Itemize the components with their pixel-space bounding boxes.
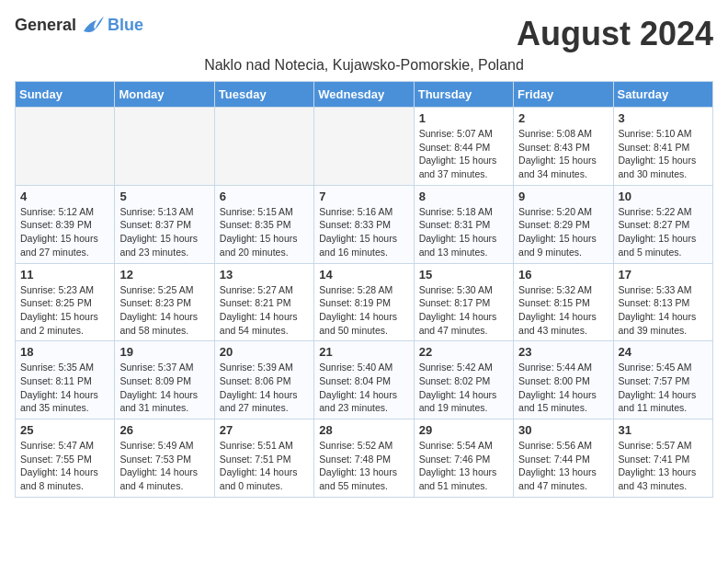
day-info: Sunrise: 5:23 AM Sunset: 8:25 PM Dayligh… [20, 283, 109, 338]
day-info: Sunrise: 5:33 AM Sunset: 8:13 PM Dayligh… [619, 283, 708, 338]
day-number: 9 [518, 190, 608, 203]
weekday-header: Friday [514, 82, 613, 108]
calendar-week-row: 11Sunrise: 5:23 AM Sunset: 8:25 PM Dayli… [16, 263, 713, 341]
calendar-cell: 13Sunrise: 5:27 AM Sunset: 8:21 PM Dayli… [214, 263, 313, 341]
calendar-cell: 8Sunrise: 5:18 AM Sunset: 8:31 PM Daylig… [414, 185, 513, 263]
calendar-cell: 12Sunrise: 5:25 AM Sunset: 8:23 PM Dayli… [115, 263, 214, 341]
weekday-header-row: SundayMondayTuesdayWednesdayThursdayFrid… [16, 82, 713, 108]
logo-general: General [15, 16, 76, 35]
day-info: Sunrise: 5:32 AM Sunset: 8:15 PM Dayligh… [518, 283, 608, 338]
calendar-cell [16, 108, 115, 186]
day-number: 11 [20, 268, 109, 282]
calendar-cell: 18Sunrise: 5:35 AM Sunset: 8:11 PM Dayli… [16, 341, 115, 419]
day-info: Sunrise: 5:56 AM Sunset: 7:44 PM Dayligh… [518, 439, 608, 493]
day-info: Sunrise: 5:44 AM Sunset: 8:00 PM Dayligh… [518, 361, 608, 415]
logo-bird-icon [80, 15, 106, 35]
calendar-cell: 17Sunrise: 5:33 AM Sunset: 8:13 PM Dayli… [613, 263, 712, 341]
weekday-header: Tuesday [214, 82, 313, 108]
calendar-week-row: 1Sunrise: 5:07 AM Sunset: 8:44 PM Daylig… [16, 108, 713, 186]
day-info: Sunrise: 5:13 AM Sunset: 8:37 PM Dayligh… [119, 205, 209, 259]
day-number: 26 [119, 423, 209, 437]
calendar-cell [115, 108, 214, 186]
day-number: 5 [119, 190, 209, 203]
day-number: 15 [419, 268, 508, 282]
day-number: 31 [619, 423, 708, 437]
weekday-header: Sunday [16, 82, 115, 108]
day-number: 2 [518, 111, 608, 125]
day-info: Sunrise: 5:20 AM Sunset: 8:29 PM Dayligh… [518, 205, 608, 259]
day-info: Sunrise: 5:08 AM Sunset: 8:43 PM Dayligh… [518, 127, 608, 181]
day-info: Sunrise: 5:15 AM Sunset: 8:35 PM Dayligh… [220, 205, 309, 259]
day-info: Sunrise: 5:30 AM Sunset: 8:17 PM Dayligh… [419, 283, 508, 338]
calendar-cell: 3Sunrise: 5:10 AM Sunset: 8:41 PM Daylig… [613, 108, 712, 186]
calendar-cell: 5Sunrise: 5:13 AM Sunset: 8:37 PM Daylig… [115, 185, 214, 263]
calendar-cell: 31Sunrise: 5:57 AM Sunset: 7:41 PM Dayli… [613, 419, 712, 498]
calendar-cell: 1Sunrise: 5:07 AM Sunset: 8:44 PM Daylig… [414, 108, 513, 186]
day-info: Sunrise: 5:45 AM Sunset: 7:57 PM Dayligh… [619, 361, 708, 415]
month-title: August 2024 [517, 15, 713, 53]
calendar-cell: 4Sunrise: 5:12 AM Sunset: 8:39 PM Daylig… [16, 185, 115, 263]
calendar-cell: 27Sunrise: 5:51 AM Sunset: 7:51 PM Dayli… [214, 419, 313, 498]
day-number: 4 [20, 190, 109, 203]
day-info: Sunrise: 5:35 AM Sunset: 8:11 PM Dayligh… [20, 361, 109, 415]
day-info: Sunrise: 5:52 AM Sunset: 7:48 PM Dayligh… [319, 439, 408, 493]
calendar-cell [214, 108, 313, 186]
day-number: 27 [220, 423, 309, 437]
day-info: Sunrise: 5:07 AM Sunset: 8:44 PM Dayligh… [419, 127, 508, 181]
calendar-cell: 21Sunrise: 5:40 AM Sunset: 8:04 PM Dayli… [314, 341, 414, 419]
calendar-table: SundayMondayTuesdayWednesdayThursdayFrid… [15, 81, 713, 498]
day-info: Sunrise: 5:49 AM Sunset: 7:53 PM Dayligh… [119, 439, 209, 493]
header: General Blue August 2024 [15, 15, 713, 53]
day-number: 14 [319, 268, 408, 282]
calendar-cell: 20Sunrise: 5:39 AM Sunset: 8:06 PM Dayli… [214, 341, 313, 419]
day-number: 17 [619, 268, 708, 282]
day-info: Sunrise: 5:16 AM Sunset: 8:33 PM Dayligh… [319, 205, 408, 259]
day-number: 25 [20, 423, 109, 437]
day-number: 10 [619, 190, 708, 203]
day-info: Sunrise: 5:18 AM Sunset: 8:31 PM Dayligh… [419, 205, 508, 259]
day-number: 29 [419, 423, 508, 437]
calendar-cell: 23Sunrise: 5:44 AM Sunset: 8:00 PM Dayli… [514, 341, 613, 419]
calendar-week-row: 18Sunrise: 5:35 AM Sunset: 8:11 PM Dayli… [16, 341, 713, 419]
day-number: 3 [619, 111, 708, 125]
day-info: Sunrise: 5:51 AM Sunset: 7:51 PM Dayligh… [220, 439, 309, 493]
calendar-week-row: 25Sunrise: 5:47 AM Sunset: 7:55 PM Dayli… [16, 419, 713, 498]
calendar-cell: 28Sunrise: 5:52 AM Sunset: 7:48 PM Dayli… [314, 419, 414, 498]
day-info: Sunrise: 5:40 AM Sunset: 8:04 PM Dayligh… [319, 361, 408, 415]
logo-blue: Blue [108, 16, 143, 35]
day-number: 20 [220, 345, 309, 359]
day-info: Sunrise: 5:27 AM Sunset: 8:21 PM Dayligh… [220, 283, 309, 338]
calendar-cell: 19Sunrise: 5:37 AM Sunset: 8:09 PM Dayli… [115, 341, 214, 419]
day-info: Sunrise: 5:22 AM Sunset: 8:27 PM Dayligh… [619, 205, 708, 259]
day-info: Sunrise: 5:42 AM Sunset: 8:02 PM Dayligh… [419, 361, 508, 415]
day-number: 6 [220, 190, 309, 203]
calendar-cell: 7Sunrise: 5:16 AM Sunset: 8:33 PM Daylig… [314, 185, 414, 263]
day-info: Sunrise: 5:12 AM Sunset: 8:39 PM Dayligh… [20, 205, 109, 259]
day-info: Sunrise: 5:10 AM Sunset: 8:41 PM Dayligh… [619, 127, 708, 181]
day-number: 7 [319, 190, 408, 203]
day-number: 22 [419, 345, 508, 359]
day-number: 16 [518, 268, 608, 282]
calendar-cell: 25Sunrise: 5:47 AM Sunset: 7:55 PM Dayli… [16, 419, 115, 498]
calendar-cell: 30Sunrise: 5:56 AM Sunset: 7:44 PM Dayli… [514, 419, 613, 498]
day-number: 1 [419, 111, 508, 125]
calendar-week-row: 4Sunrise: 5:12 AM Sunset: 8:39 PM Daylig… [16, 185, 713, 263]
day-number: 24 [619, 345, 708, 359]
day-number: 12 [119, 268, 209, 282]
day-info: Sunrise: 5:39 AM Sunset: 8:06 PM Dayligh… [220, 361, 309, 415]
calendar-cell: 10Sunrise: 5:22 AM Sunset: 8:27 PM Dayli… [613, 185, 712, 263]
day-number: 8 [419, 190, 508, 203]
day-number: 19 [119, 345, 209, 359]
day-info: Sunrise: 5:28 AM Sunset: 8:19 PM Dayligh… [319, 283, 408, 338]
day-number: 13 [220, 268, 309, 282]
day-info: Sunrise: 5:54 AM Sunset: 7:46 PM Dayligh… [419, 439, 508, 493]
calendar-cell: 26Sunrise: 5:49 AM Sunset: 7:53 PM Dayli… [115, 419, 214, 498]
day-info: Sunrise: 5:57 AM Sunset: 7:41 PM Dayligh… [619, 439, 708, 493]
calendar-cell: 11Sunrise: 5:23 AM Sunset: 8:25 PM Dayli… [16, 263, 115, 341]
calendar-cell: 9Sunrise: 5:20 AM Sunset: 8:29 PM Daylig… [514, 185, 613, 263]
weekday-header: Thursday [414, 82, 513, 108]
day-info: Sunrise: 5:25 AM Sunset: 8:23 PM Dayligh… [119, 283, 209, 338]
calendar-cell: 15Sunrise: 5:30 AM Sunset: 8:17 PM Dayli… [414, 263, 513, 341]
calendar-cell: 16Sunrise: 5:32 AM Sunset: 8:15 PM Dayli… [514, 263, 613, 341]
day-number: 23 [518, 345, 608, 359]
